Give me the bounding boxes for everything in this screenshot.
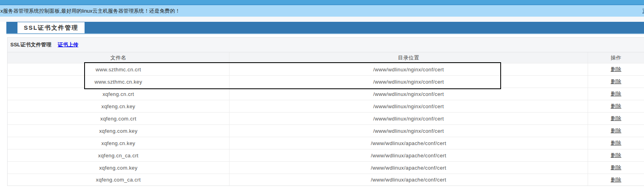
cert-upload-link[interactable]: 证书上传 — [58, 41, 78, 48]
file-name-cell: xqfeng.com_ca.crt — [8, 174, 229, 185]
file-name-cell: xqfeng.cn_ca.crt — [8, 149, 229, 161]
panel-header: SSL证书文件管理 证书上传 — [8, 37, 644, 52]
file-name-cell: xqfeng.com.key — [8, 125, 229, 137]
table-row: xqfeng.com.key /www/wdlinux/apache/conf/… — [8, 161, 644, 174]
path-cell: /www/wdlinux/nginx/conf/cert — [229, 113, 588, 124]
spacer — [0, 34, 644, 37]
path-cell: /www/wdlinux/apache/conf/cert — [229, 137, 588, 149]
delete-link[interactable]: 删除 — [611, 78, 621, 85]
table-row: www.szthmc.cn.key /www/wdlinux/nginx/con… — [8, 75, 644, 88]
delete-link[interactable]: 删除 — [611, 103, 621, 110]
delete-link[interactable]: 删除 — [611, 152, 621, 159]
tab-ssl-cert-management[interactable]: SSL证书文件管理 — [17, 22, 85, 33]
path-cell: /www/wdlinux/apache/conf/cert — [229, 149, 588, 161]
content-panel: SSL证书文件管理 证书上传 文件名 目录位置 操作 www.szthmc.cn… — [7, 37, 644, 186]
column-header-path: 目录位置 — [229, 52, 588, 63]
path-cell: /www/wdlinux/nginx/conf/cert — [229, 63, 588, 75]
file-name-cell: xqfeng.com.key — [8, 162, 229, 174]
delete-link[interactable]: 删除 — [611, 115, 621, 122]
table-row: xqfeng.cn.key /www/wdlinux/nginx/conf/ce… — [8, 100, 644, 112]
page-title: SSL证书文件管理 — [10, 41, 51, 48]
path-cell: /www/wdlinux/nginx/conf/cert — [229, 76, 588, 88]
banner-text: x服务器管理系统控制面板,最好用的linux云主机服务器管理系统！还是免费的！ — [0, 8, 180, 15]
logout-link[interactable]: 退 — [642, 8, 644, 15]
file-name-cell: www.szthmc.cn.key — [8, 76, 229, 88]
path-cell: /www/wdlinux/nginx/conf/cert — [229, 88, 588, 100]
table-row: xqfeng.cn_ca.crt /www/wdlinux/apache/con… — [8, 149, 644, 161]
table-row: www.szthmc.cn.crt /www/wdlinux/nginx/con… — [8, 63, 644, 75]
banner: x服务器管理系统控制面板,最好用的linux云主机服务器管理系统！还是免费的！ … — [0, 5, 644, 17]
path-cell: /www/wdlinux/nginx/conf/cert — [229, 100, 588, 112]
delete-link[interactable]: 删除 — [611, 127, 621, 134]
navbar: SSL证书文件管理 — [6, 22, 644, 34]
table-row: xqfeng.cn.key /www/wdlinux/apache/conf/c… — [8, 137, 644, 149]
file-name-cell: www.szthmc.cn.crt — [8, 63, 229, 75]
delete-link[interactable]: 删除 — [611, 90, 621, 98]
gap-strip — [0, 17, 644, 22]
browser-top-strip — [0, 0, 644, 5]
table-row: xqfeng.com.crt /www/wdlinux/nginx/conf/c… — [8, 112, 644, 124]
file-name-cell: xqfeng.cn.key — [8, 100, 229, 112]
path-cell: /www/wdlinux/nginx/conf/cert — [229, 125, 588, 137]
column-header-filename: 文件名 — [8, 52, 229, 63]
delete-link[interactable]: 删除 — [611, 66, 621, 73]
cert-table: 文件名 目录位置 操作 www.szthmc.cn.crt /www/wdlin… — [8, 52, 644, 186]
table-row: xqfeng.com_ca.crt /www/wdlinux/apache/co… — [8, 174, 644, 186]
file-name-cell: xqfeng.com.crt — [8, 113, 229, 124]
file-name-cell: xqfeng.cn.key — [8, 137, 229, 149]
path-cell: /www/wdlinux/apache/conf/cert — [229, 174, 588, 185]
path-cell: /www/wdlinux/apache/conf/cert — [229, 162, 588, 174]
delete-link[interactable]: 删除 — [611, 164, 621, 171]
file-name-cell: xqfeng.cn.crt — [8, 88, 229, 100]
table-row: xqfeng.cn.crt /www/wdlinux/nginx/conf/ce… — [8, 88, 644, 100]
table-row: xqfeng.com.key /www/wdlinux/nginx/conf/c… — [8, 124, 644, 137]
delete-link[interactable]: 删除 — [611, 176, 621, 184]
column-header-operation: 操作 — [588, 52, 644, 63]
delete-link[interactable]: 删除 — [611, 140, 621, 147]
table-header-row: 文件名 目录位置 操作 — [8, 52, 644, 63]
